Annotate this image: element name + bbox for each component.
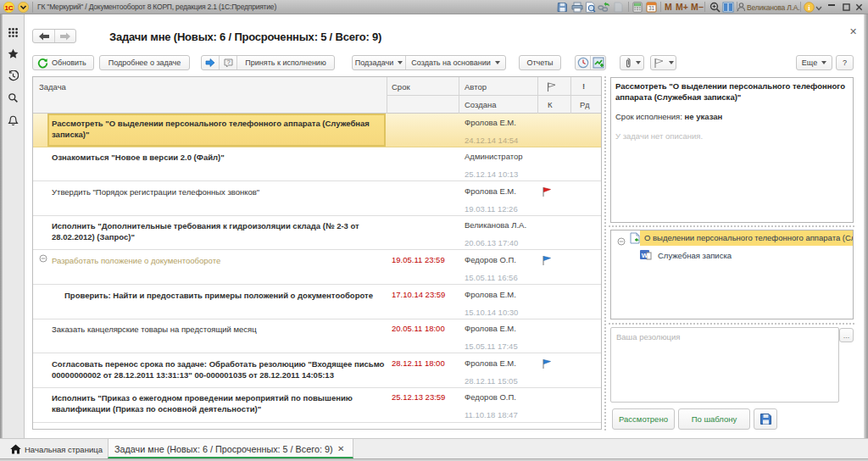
svg-text:?: ? [226,58,230,66]
svg-text:1С: 1С [4,4,13,12]
svg-text:W: W [642,252,648,259]
svg-text:31: 31 [648,5,655,11]
